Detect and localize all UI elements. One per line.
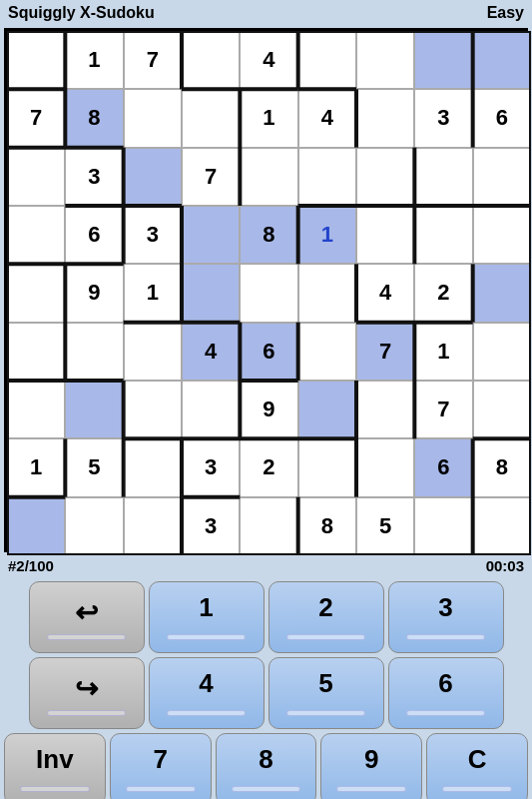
- cell-6-0[interactable]: [7, 381, 65, 438]
- cell-8-7[interactable]: [414, 497, 472, 555]
- numpad-btn-5[interactable]: 5: [268, 657, 384, 729]
- cell-3-4[interactable]: 8: [240, 206, 297, 264]
- numpad-btn-action-0[interactable]: ↪: [29, 657, 145, 729]
- cell-8-5[interactable]: 8: [298, 497, 356, 555]
- cell-1-1[interactable]: 8: [65, 89, 123, 147]
- cell-1-4[interactable]: 1: [240, 89, 297, 147]
- sudoku-grid[interactable]: 1747814363763819142467197153268385: [4, 28, 528, 552]
- cell-5-0[interactable]: [7, 323, 65, 381]
- cell-3-0[interactable]: [7, 206, 65, 264]
- cell-6-2[interactable]: [124, 381, 182, 438]
- numpad-btn-6[interactable]: 6: [388, 657, 504, 729]
- numpad-btn-8[interactable]: 8: [216, 733, 317, 799]
- numpad-btn-c[interactable]: C: [426, 733, 528, 799]
- cell-7-6[interactable]: [356, 438, 414, 496]
- cell-8-2[interactable]: [124, 497, 182, 555]
- cell-7-4[interactable]: 2: [240, 438, 297, 496]
- cell-0-4[interactable]: 4: [240, 31, 297, 89]
- cell-4-6[interactable]: 4: [356, 264, 414, 322]
- cell-value: 2: [263, 454, 274, 480]
- cell-0-8[interactable]: [473, 31, 531, 89]
- cell-4-3[interactable]: [182, 264, 240, 322]
- cell-2-2[interactable]: [124, 148, 182, 206]
- cell-7-8[interactable]: 8: [473, 438, 531, 496]
- cell-4-5[interactable]: [298, 264, 356, 322]
- cell-5-3[interactable]: 4: [182, 323, 240, 381]
- cell-6-3[interactable]: [182, 381, 240, 438]
- cell-0-6[interactable]: [356, 31, 414, 89]
- cell-3-3[interactable]: [182, 206, 240, 264]
- cell-value: 7: [379, 339, 391, 365]
- cell-4-7[interactable]: 2: [414, 264, 472, 322]
- cell-4-0[interactable]: [7, 264, 65, 322]
- cell-3-5[interactable]: 1: [298, 206, 356, 264]
- cell-7-7[interactable]: 6: [414, 438, 472, 496]
- cell-7-5[interactable]: [298, 438, 356, 496]
- cell-0-5[interactable]: [298, 31, 356, 89]
- cell-5-1[interactable]: [65, 323, 123, 381]
- cell-3-7[interactable]: [414, 206, 472, 264]
- cell-5-4[interactable]: 6: [240, 323, 297, 381]
- numpad-btn-3[interactable]: 3: [388, 581, 504, 653]
- cell-4-2[interactable]: 1: [124, 264, 182, 322]
- numpad-btn-1[interactable]: 1: [149, 581, 265, 653]
- cell-1-5[interactable]: 4: [298, 89, 356, 147]
- cell-3-2[interactable]: 3: [124, 206, 182, 264]
- cell-1-3[interactable]: [182, 89, 240, 147]
- cell-0-3[interactable]: [182, 31, 240, 89]
- cell-3-1[interactable]: 6: [65, 206, 123, 264]
- cell-2-1[interactable]: 3: [65, 148, 123, 206]
- cell-4-4[interactable]: [240, 264, 297, 322]
- cell-value: 4: [321, 105, 333, 131]
- cell-2-6[interactable]: [356, 148, 414, 206]
- cell-2-5[interactable]: [298, 148, 356, 206]
- cell-4-1[interactable]: 9: [65, 264, 123, 322]
- cell-7-3[interactable]: 3: [182, 438, 240, 496]
- cell-8-4[interactable]: [240, 497, 297, 555]
- cell-8-0[interactable]: [7, 497, 65, 555]
- cell-1-8[interactable]: 6: [473, 89, 531, 147]
- cell-5-2[interactable]: [124, 323, 182, 381]
- cell-8-6[interactable]: 5: [356, 497, 414, 555]
- cell-8-1[interactable]: [65, 497, 123, 555]
- cell-2-7[interactable]: [414, 148, 472, 206]
- numpad-btn-7[interactable]: 7: [110, 733, 212, 799]
- cell-6-6[interactable]: [356, 381, 414, 438]
- numpad-btn-inv[interactable]: Inv: [4, 733, 106, 799]
- numpad-btn-action-0[interactable]: ↩: [29, 581, 145, 653]
- cell-6-4[interactable]: 9: [240, 381, 297, 438]
- cell-5-5[interactable]: [298, 323, 356, 381]
- cell-1-0[interactable]: 7: [7, 89, 65, 147]
- cell-6-8[interactable]: [473, 381, 531, 438]
- cell-6-5[interactable]: [298, 381, 356, 438]
- cell-3-8[interactable]: [473, 206, 531, 264]
- cell-2-4[interactable]: [240, 148, 297, 206]
- btn-label: C: [468, 744, 487, 775]
- numpad-btn-4[interactable]: 4: [149, 657, 265, 729]
- cell-0-1[interactable]: 1: [65, 31, 123, 89]
- cell-8-3[interactable]: 3: [182, 497, 240, 555]
- cell-4-8[interactable]: [473, 264, 531, 322]
- numpad-btn-2[interactable]: 2: [268, 581, 384, 653]
- cell-5-7[interactable]: 1: [414, 323, 472, 381]
- cell-2-3[interactable]: 7: [182, 148, 240, 206]
- cell-0-0[interactable]: [7, 31, 65, 89]
- cell-6-7[interactable]: 7: [414, 381, 472, 438]
- cell-3-6[interactable]: [356, 206, 414, 264]
- cell-1-6[interactable]: [356, 89, 414, 147]
- cell-6-1[interactable]: [65, 381, 123, 438]
- cell-7-1[interactable]: 5: [65, 438, 123, 496]
- cell-2-0[interactable]: [7, 148, 65, 206]
- cell-5-8[interactable]: [473, 323, 531, 381]
- cell-1-7[interactable]: 3: [414, 89, 472, 147]
- cell-7-0[interactable]: 1: [7, 438, 65, 496]
- numpad-btn-9[interactable]: 9: [320, 733, 422, 799]
- cell-8-8[interactable]: [473, 497, 531, 555]
- cell-0-7[interactable]: [414, 31, 472, 89]
- cell-1-2[interactable]: [124, 89, 182, 147]
- cell-2-8[interactable]: [473, 148, 531, 206]
- cell-5-6[interactable]: 7: [356, 323, 414, 381]
- btn-label: 4: [199, 668, 213, 699]
- cell-7-2[interactable]: [124, 438, 182, 496]
- cell-0-2[interactable]: 7: [124, 31, 182, 89]
